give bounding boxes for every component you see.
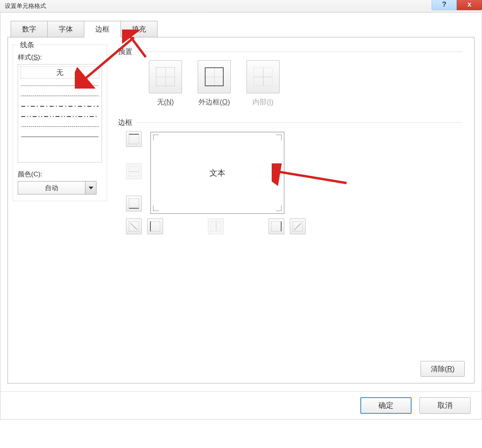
color-dropdown[interactable]: 自动 <box>18 181 96 194</box>
corner-mark-br <box>276 205 282 211</box>
tab-number[interactable]: 数字 <box>11 21 48 37</box>
line-style-thin-dashed[interactable] <box>20 121 99 131</box>
preset-outer-label: 外边框(O) <box>198 97 230 107</box>
style-label: 样式(S): <box>18 53 102 62</box>
preset-inner-button[interactable] <box>247 60 280 93</box>
preset-outer-icon <box>205 67 224 86</box>
border-preview: 文本 <box>150 132 284 214</box>
border-left-icon <box>150 221 160 231</box>
close-button[interactable]: x <box>457 0 482 10</box>
preset-section-title: 预置 <box>118 47 132 56</box>
tab-border[interactable]: 边框 <box>84 21 121 37</box>
border-side-column <box>126 131 142 211</box>
preset-inner-label: 内部(I) <box>252 97 273 107</box>
border-top-button[interactable] <box>126 131 142 147</box>
border-vmid-icon <box>211 221 221 231</box>
corner-mark-tl <box>153 135 159 140</box>
border-section-header: 边框 <box>118 118 462 127</box>
preview-text: 文本 <box>209 168 225 178</box>
preset-none-icon <box>156 67 175 86</box>
line-style-dashdot[interactable] <box>20 101 99 111</box>
tab-content-border: 线条 样式(S): 无 颜色(C): 自动 <box>7 37 475 383</box>
preset-inner: 内部(I) <box>247 60 280 107</box>
color-value: 自动 <box>18 183 85 193</box>
line-group-title: 线条 <box>18 40 37 50</box>
ok-button[interactable]: 确定 <box>360 397 412 414</box>
preset-section-header: 预置 <box>118 47 462 56</box>
border-left-button[interactable] <box>147 218 163 234</box>
preset-none-button[interactable] <box>149 60 182 93</box>
border-diag-up-button[interactable] <box>126 218 142 234</box>
line-style-dotted[interactable] <box>20 80 99 91</box>
preset-outer-button[interactable] <box>198 60 231 93</box>
clear-button[interactable]: 清除(R) <box>421 361 465 377</box>
help-button[interactable]: ? <box>432 0 457 10</box>
line-style-solid[interactable] <box>20 131 99 142</box>
preset-none-label: 无(N) <box>157 97 174 107</box>
preset-inner-icon <box>254 67 273 86</box>
svg-line-2 <box>276 171 347 183</box>
line-style-panel: 线条 样式(S): 无 颜色(C): 自动 <box>13 44 107 201</box>
titlebar-buttons: ? x <box>432 0 482 12</box>
border-section-title: 边框 <box>118 118 132 127</box>
preset-row: 无(N) 外边框(O) 内部(I) <box>149 60 280 107</box>
chevron-down-icon <box>89 187 93 189</box>
border-top-icon <box>129 134 139 144</box>
line-style-list[interactable]: 无 <box>18 64 102 163</box>
color-dropdown-button[interactable] <box>85 181 96 194</box>
cancel-button[interactable]: 取消 <box>419 397 471 414</box>
preset-none: 无(N) <box>149 60 182 107</box>
dialog-title: 设置单元格格式 <box>5 2 46 10</box>
help-icon: ? <box>442 0 447 9</box>
line-style-dashdotdot[interactable] <box>20 111 99 121</box>
close-icon: x <box>467 0 471 9</box>
border-horizontal-mid-button[interactable] <box>126 163 142 179</box>
preset-outer: 外边框(O) <box>198 60 231 107</box>
color-label: 颜色(C): <box>18 170 102 179</box>
border-right-icon <box>271 221 282 231</box>
border-hmid-icon <box>129 166 139 176</box>
corner-mark-bl <box>153 205 159 211</box>
dialog-footer: 确定 取消 <box>0 391 482 420</box>
line-style-none[interactable]: 无 <box>20 66 99 79</box>
border-vertical-mid-button[interactable] <box>208 218 224 234</box>
border-diag-down-button[interactable] <box>290 218 306 234</box>
border-bottom-row <box>126 218 306 234</box>
tab-font[interactable]: 字体 <box>47 21 84 37</box>
tabs: 数字 字体 边框 填充 <box>11 20 475 37</box>
tab-fill[interactable]: 填充 <box>120 21 158 37</box>
border-diag-up-icon <box>129 221 139 231</box>
border-bottom-button[interactable] <box>126 196 142 211</box>
border-bottom-icon <box>129 198 139 209</box>
corner-mark-tr <box>276 135 282 140</box>
titlebar: 设置单元格格式 ? x <box>0 0 482 13</box>
line-style-dashed[interactable] <box>20 91 99 101</box>
border-editor: 文本 <box>126 131 142 211</box>
border-right-button[interactable] <box>269 218 284 234</box>
border-diag-down-icon <box>293 221 303 231</box>
dialog-body: 数字 字体 边框 填充 线条 样式(S): 无 颜色(C): <box>0 13 482 391</box>
